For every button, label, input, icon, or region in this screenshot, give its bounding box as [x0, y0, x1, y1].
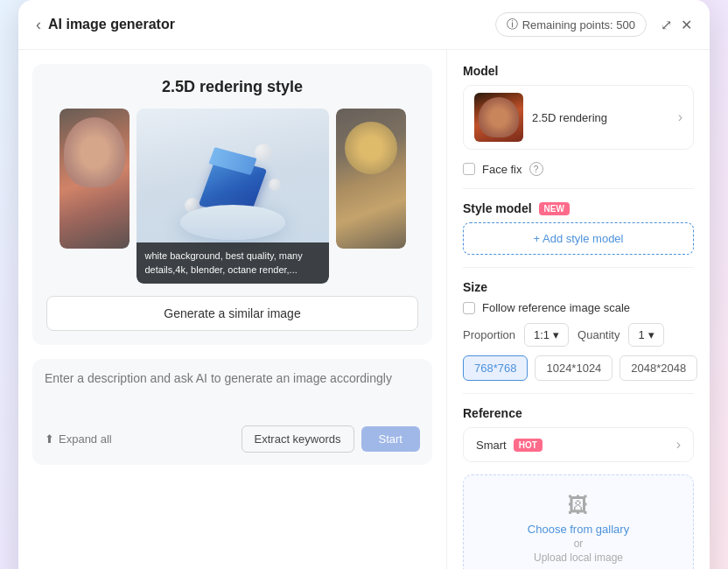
titlebar: ‹ AI image generator ⓘ Remaining points:…: [18, 0, 710, 50]
reference-left: Smart HOT: [476, 439, 542, 452]
close-button[interactable]: ✕: [681, 17, 692, 33]
upload-image-icon: 🖼: [481, 493, 676, 517]
textarea-section: ⬆ Expand all Extract keywords Start: [32, 359, 432, 465]
proportion-value: 1:1: [534, 328, 550, 341]
upload-primary-text[interactable]: Choose from gallary: [481, 523, 676, 536]
size-options: 768*768 1024*1024 2048*2048: [463, 355, 694, 381]
image-section-title: 2.5D redering style: [46, 78, 418, 96]
model-thumbnail: [474, 93, 523, 142]
model-section-label: Model: [463, 64, 694, 78]
info-icon: ⓘ: [507, 17, 518, 32]
main-content: 2.5D redering style: [18, 50, 710, 569]
follow-scale-row: Follow reference image scale: [463, 301, 694, 314]
size-option-2048[interactable]: 2048*2048: [620, 355, 697, 381]
model-card[interactable]: 2.5D rendering ›: [463, 85, 694, 150]
textarea-actions: ⬆ Expand all Extract keywords Start: [45, 425, 420, 453]
size-section: Size Follow reference image scale Propor…: [463, 280, 694, 381]
reference-section-label: Reference: [463, 406, 694, 420]
sphere-decoration-1: [255, 144, 272, 161]
follow-scale-checkbox[interactable]: [463, 302, 475, 314]
start-button[interactable]: Start: [361, 426, 420, 452]
proportion-chevron-icon: ▾: [553, 328, 559, 341]
generate-similar-button[interactable]: Generate a similar image: [46, 296, 418, 331]
hot-badge: HOT: [514, 439, 542, 452]
image-gallery: white background, best quality, many det…: [46, 109, 418, 284]
divider-3: [463, 393, 694, 394]
new-badge: NEW: [539, 202, 570, 215]
proportion-row: Proportion 1:1 ▾ Quantity 1 ▾: [463, 323, 694, 347]
reference-name: Smart: [476, 439, 507, 452]
quantity-value: 1: [638, 328, 644, 341]
right-panel: Model 2.5D rendering › Face fix ?: [447, 50, 710, 569]
titlebar-left: ‹ AI image generator: [36, 17, 175, 32]
cube-visual: [189, 152, 276, 240]
divider-2: [463, 267, 694, 268]
gallery-image-center: white background, best quality, many det…: [136, 109, 329, 284]
size-option-768[interactable]: 768*768: [463, 355, 528, 381]
size-section-label: Size: [463, 280, 694, 294]
gallery-image-left: [60, 109, 130, 249]
cube-base: [180, 205, 285, 240]
expand-label: Expand all: [59, 432, 112, 446]
reference-card[interactable]: Smart HOT ›: [463, 427, 694, 462]
add-style-model-button[interactable]: + Add style model: [463, 222, 694, 255]
divider-1: [463, 188, 694, 189]
style-model-section: Style model NEW + Add style model: [463, 201, 694, 255]
quantity-label: Quantity: [578, 328, 620, 341]
textarea-right-actions: Extract keywords Start: [242, 425, 420, 453]
style-model-label: Style model: [463, 201, 532, 215]
style-model-row: Style model NEW: [463, 201, 694, 215]
quantity-chevron-icon: ▾: [648, 328, 654, 341]
expand-all-button[interactable]: ⬆ Expand all: [45, 432, 112, 446]
prompt-textarea[interactable]: [45, 371, 420, 415]
reference-section: Reference Smart HOT ›: [463, 406, 694, 462]
facefix-help-icon[interactable]: ?: [529, 162, 543, 176]
model-card-left: 2.5D rendering: [474, 93, 607, 142]
main-window: ‹ AI image generator ⓘ Remaining points:…: [18, 0, 710, 569]
facefix-label: Face fix: [482, 163, 522, 176]
upload-secondary-text[interactable]: Upload local image: [481, 551, 676, 564]
back-button[interactable]: ‹: [36, 17, 41, 32]
expand-window-button[interactable]: ⤢: [661, 17, 672, 33]
window-controls: ⤢ ✕: [661, 17, 692, 33]
facefix-checkbox[interactable]: [463, 163, 475, 175]
follow-scale-label: Follow reference image scale: [482, 301, 630, 314]
image-caption: white background, best quality, many det…: [136, 242, 329, 284]
proportion-select[interactable]: 1:1 ▾: [524, 323, 569, 347]
titlebar-right: ⓘ Remaining points: 500 ⤢ ✕: [495, 12, 692, 37]
image-section: 2.5D redering style: [32, 64, 432, 345]
remaining-points-text: Remaining points: 500: [522, 18, 635, 32]
model-name: 2.5D rendering: [532, 111, 607, 124]
remaining-points: ⓘ Remaining points: 500: [495, 12, 647, 37]
upload-area[interactable]: 🖼 Choose from gallary or Upload local im…: [463, 474, 694, 569]
reference-chevron-icon: ›: [676, 437, 681, 453]
gallery-image-right: [336, 109, 406, 249]
left-image-bg: [60, 109, 130, 249]
quantity-select[interactable]: 1 ▾: [628, 323, 663, 347]
proportion-label: Proportion: [463, 328, 515, 341]
right-image-bg: [336, 109, 406, 249]
expand-icon: ⬆: [45, 432, 54, 446]
page-title: AI image generator: [48, 17, 175, 32]
size-option-1024[interactable]: 1024*1024: [535, 355, 612, 381]
extract-keywords-button[interactable]: Extract keywords: [242, 425, 354, 453]
model-section: Model 2.5D rendering ›: [463, 64, 694, 150]
upload-or-text: or: [481, 537, 676, 550]
chevron-right-icon: ›: [678, 109, 682, 125]
sphere-decoration-2: [269, 179, 281, 191]
facefix-row: Face fix ?: [463, 162, 694, 176]
left-panel: 2.5D redering style: [18, 50, 447, 569]
